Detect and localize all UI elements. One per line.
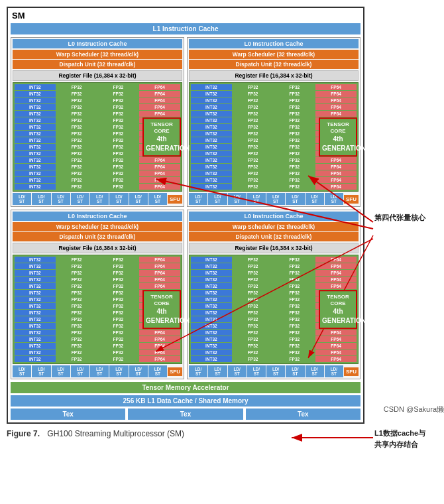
l1-instruction-cache: L1 Instruction Cache: [11, 23, 361, 34]
cell: FP32: [56, 117, 97, 123]
warp-scheduler-bl: Warp Scheduler (32 thread/clk): [13, 222, 182, 231]
cell: FP64: [139, 184, 180, 190]
sfu-row-tl: LD/ST LD/ST LD/ST LD/ST LD/ST LD/ST LD/S…: [13, 193, 182, 205]
cell: INT32: [15, 97, 56, 103]
cell: FP32: [56, 97, 97, 103]
cell: INT32: [15, 84, 56, 90]
annotation-label-1: 第四代张量核心: [374, 212, 444, 223]
cell: INT32: [15, 170, 56, 176]
cell: INT32: [15, 91, 56, 97]
cell: FP32: [98, 151, 139, 157]
cell: FP32: [56, 157, 97, 163]
quadrant-top-right: L0 Instruction Cache Warp Scheduler (32 …: [187, 37, 361, 207]
cell: FP32: [98, 184, 139, 190]
cell: FP32: [56, 151, 97, 157]
cell: FP32: [56, 91, 97, 97]
top-quadrant-row: L0 Instruction Cache Warp Scheduler (32 …: [11, 37, 361, 207]
cell: INT32: [15, 104, 56, 110]
cell: FP32: [98, 97, 139, 103]
cell: FP32: [98, 157, 139, 163]
quadrant-bottom-right: L0 Instruction Cache Warp Scheduler (32 …: [187, 210, 361, 379]
cell: INT32: [15, 157, 56, 163]
cell: FP32: [98, 91, 139, 97]
register-file-tr: Register File (16,384 x 32-bit): [189, 70, 359, 81]
sfu-row-br: LD/ST LD/ST LD/ST LD/ST LD/ST LD/ST LD/S…: [189, 365, 359, 377]
cell: FP32: [98, 177, 139, 183]
data-cache-bar: 256 KB L1 Data Cache / Shared Memory: [11, 395, 361, 407]
register-file-tl: Register File (16,384 x 32-bit): [13, 70, 182, 81]
cell: INT32: [15, 177, 56, 183]
dispatch-unit-br: Dispatch Unit (32 thread/clk): [189, 232, 359, 241]
csdn-watermark: CSDN @Sakura懒: [384, 405, 444, 414]
cell: FP32: [56, 177, 97, 183]
cell: FP32: [56, 164, 97, 170]
dispatch-unit-bl: Dispatch Unit (32 thread/clk): [13, 232, 182, 241]
cell: FP32: [98, 104, 139, 110]
cell: FP64: [139, 97, 180, 103]
dispatch-unit-tr: Dispatch Unit (32 thread/clk): [189, 60, 359, 69]
cell: FP64: [139, 104, 180, 110]
warp-scheduler-br: Warp Scheduler (32 thread/clk): [189, 222, 359, 231]
cell: FP32: [56, 124, 97, 130]
cell: INT32: [15, 124, 56, 130]
cell: FP64: [139, 111, 180, 117]
cell: INT32: [15, 131, 56, 137]
cell: FP32: [56, 104, 97, 110]
figure-title: GH100 Streaming Multiprocessor (SM): [47, 429, 184, 438]
cell: FP32: [98, 111, 139, 117]
cell: FP32: [98, 124, 139, 130]
cell: INT32: [15, 144, 56, 150]
tensor-core-label-bl: TENSOR CORE 4th GENERATION: [142, 290, 181, 330]
cell: FP32: [56, 144, 97, 150]
cell: FP32: [56, 137, 97, 143]
cell: FP64: [139, 164, 180, 170]
warp-scheduler-tr: Warp Scheduler (32 thread/clk): [189, 50, 359, 59]
tex-right: Tex: [246, 409, 361, 420]
cell: FP32: [98, 170, 139, 176]
register-file-br: Register File (16,384 x 32-bit): [189, 243, 359, 253]
cell: FP64: [139, 170, 180, 176]
sfu-row-tr: LD/ST LD/ST LD/ST LD/ST LD/ST LD/ST LD/S…: [189, 193, 359, 205]
cell: FP64: [139, 157, 180, 163]
annotation-label-2: L1数据cache与 共享内存结合: [374, 428, 444, 450]
cell: FP32: [98, 164, 139, 170]
cell: FP32: [56, 111, 97, 117]
cell: FP64: [139, 177, 180, 183]
cell: FP32: [98, 144, 139, 150]
cell: INT32: [15, 164, 56, 170]
figure-label: Figure 7.: [7, 429, 40, 438]
quadrant-top-left: L0 Instruction Cache Warp Scheduler (32 …: [11, 37, 184, 207]
sm-container: SM L1 Instruction Cache L0 Instruction C…: [7, 7, 364, 424]
tex-left: Tex: [11, 409, 125, 420]
cell: FP64: [139, 84, 180, 90]
cell: FP32: [56, 84, 97, 90]
tex-row: Tex Tex Tex: [11, 409, 361, 420]
tensor-core-label-tr: TENSOR CORE 4th GENERATION: [319, 117, 357, 157]
cell: INT32: [15, 184, 56, 190]
cell: FP64: [139, 91, 180, 97]
cell: INT32: [15, 117, 56, 123]
l0-cache-tl: L0 Instruction Cache: [13, 39, 182, 48]
cell: FP32: [98, 137, 139, 143]
cell: FP32: [98, 84, 139, 90]
cell: FP32: [56, 184, 97, 190]
tma-bar: Tensor Memory Accelerator: [11, 382, 361, 393]
cell: FP32: [56, 170, 97, 176]
cell: INT32: [15, 137, 56, 143]
tex-middle: Tex: [128, 409, 243, 420]
bottom-quadrant-row: L0 Instruction Cache Warp Scheduler (32 …: [11, 210, 361, 379]
sm-title: SM: [11, 11, 361, 21]
tensor-core-label-tl: TENSOR CORE 4th GENERATION: [142, 117, 181, 157]
l0-cache-tr: L0 Instruction Cache: [189, 39, 359, 48]
cell: FP32: [98, 131, 139, 137]
cell: INT32: [15, 151, 56, 157]
warp-scheduler-tl: Warp Scheduler (32 thread/clk): [13, 50, 182, 59]
cell: FP32: [56, 131, 97, 137]
l0-cache-bl: L0 Instruction Cache: [13, 212, 182, 221]
register-file-bl: Register File (16,384 x 32-bit): [13, 243, 182, 253]
sfu-row-bl: LD/ST LD/ST LD/ST LD/ST LD/ST LD/ST LD/S…: [13, 365, 182, 377]
l0-cache-br: L0 Instruction Cache: [189, 212, 359, 221]
quadrant-bottom-left: L0 Instruction Cache Warp Scheduler (32 …: [11, 210, 184, 379]
cell: INT32: [15, 111, 56, 117]
cell: FP32: [98, 117, 139, 123]
